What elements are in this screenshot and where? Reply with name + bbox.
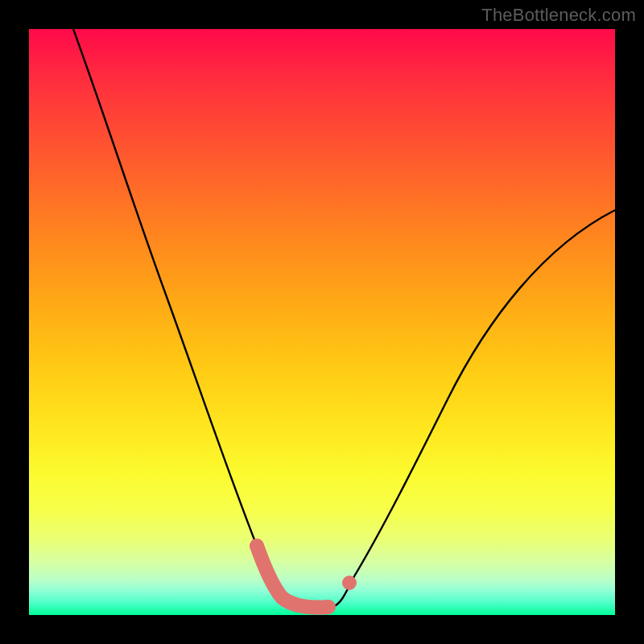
pink-highlight-left [257,546,328,608]
curve-layer [29,29,615,615]
black-curve [73,29,615,607]
plot-area [29,29,615,615]
pink-highlight-dot [342,576,357,590]
watermark: TheBottleneck.com [481,5,636,26]
chart-frame: TheBottleneck.com [0,0,644,644]
